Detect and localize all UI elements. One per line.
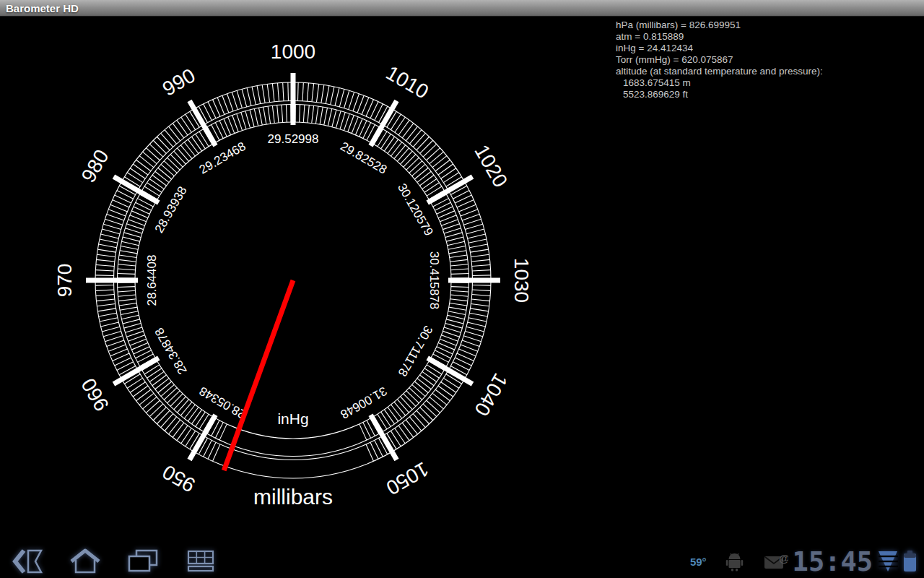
needle — [224, 280, 293, 470]
svg-text:@: @ — [779, 553, 788, 564]
millibar-label: 1030 — [510, 258, 533, 303]
inhg-label: 31.00648 — [338, 384, 389, 421]
apps-grid-icon — [183, 548, 218, 575]
inhg-label: 28.34878 — [152, 325, 190, 376]
reading-line: 1683.675415 m — [616, 77, 823, 89]
reading-line: 5523.869629 ft — [616, 89, 823, 100]
millibar-label: 980 — [77, 146, 113, 186]
inhg-label: 29.23468 — [197, 139, 248, 177]
apps-grid-button[interactable] — [183, 548, 218, 575]
millibar-label: 1040 — [470, 370, 512, 420]
reading-line: atm = 0.815889 — [616, 31, 823, 43]
inhg-label: 29.82528 — [338, 139, 389, 177]
millibar-label: 1000 — [271, 40, 315, 63]
millibar-label: 990 — [159, 64, 199, 100]
title-bar: Barometer HD — [0, 0, 924, 17]
inhg-label: 28.05348 — [197, 384, 248, 421]
inhg-label: 28.64408 — [145, 255, 159, 306]
millibar-label: 970 — [53, 264, 76, 298]
inhg-label: 30.120579 — [395, 181, 436, 238]
android-robot-icon — [725, 552, 744, 571]
inhg-labels: 28.0534828.3487828.6440828.9393829.23468… — [145, 132, 441, 421]
inhg-label: 28.93938 — [152, 184, 190, 236]
home-icon — [69, 548, 102, 575]
back-arrow-icon — [11, 548, 44, 575]
inhg-label: 29.52998 — [268, 132, 319, 146]
recent-apps-button[interactable] — [126, 548, 160, 575]
readings-panel: hPa (millibars) = 826.699951atm = 0.8158… — [616, 20, 823, 100]
millibar-label: 1050 — [383, 457, 432, 499]
reading-line: inHg = 24.412434 — [616, 43, 823, 54]
barometer-gauge: 9509609709809901000101010201030104010502… — [0, 17, 592, 545]
battery-icon — [903, 551, 917, 572]
back-button[interactable] — [10, 548, 45, 575]
inhg-unit-label: inHg — [277, 410, 308, 427]
app-title: Barometer HD — [6, 2, 79, 14]
millibar-label: 950 — [159, 460, 199, 496]
signal-icon — [879, 551, 898, 572]
millibar-label: 1010 — [383, 61, 432, 103]
nav-buttons — [0, 548, 218, 575]
recent-apps-icon — [126, 548, 160, 575]
home-button[interactable] — [68, 548, 103, 575]
inhg-label: 30.711178 — [396, 323, 435, 379]
inhg-label: 30.415878 — [427, 251, 441, 309]
main-content: 9509609709809901000101010201030104010502… — [0, 17, 924, 545]
clock: 15:45 — [793, 546, 873, 577]
system-bar: 59° @ 15:45 — [0, 545, 924, 578]
reading-line: Torr (mmHg) = 620.075867 — [616, 54, 823, 66]
temperature-badge: 59° — [690, 556, 707, 568]
millibars-unit-label: millibars — [253, 485, 333, 509]
status-tray[interactable]: 59° @ 15:45 — [690, 545, 917, 578]
millibar-label: 960 — [77, 374, 113, 415]
reading-line: hPa (millibars) = 826.699951 — [616, 20, 823, 31]
reading-line: altitude (at standard temperature and pr… — [616, 66, 823, 77]
email-icon: @ — [764, 553, 788, 570]
millibar-label: 1020 — [470, 141, 512, 191]
